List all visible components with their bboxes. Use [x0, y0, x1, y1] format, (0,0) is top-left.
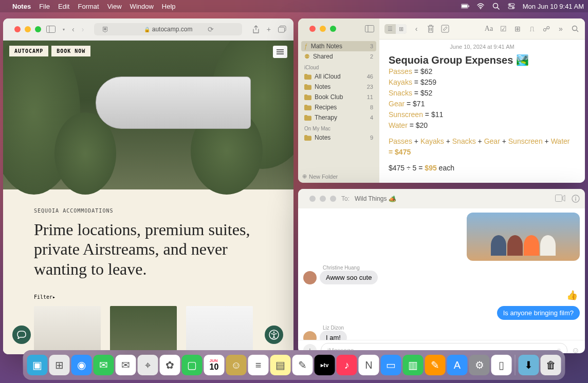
format-icon[interactable]: Aa: [484, 24, 493, 33]
table-icon[interactable]: ⊞: [513, 24, 522, 33]
close-button[interactable]: [309, 26, 316, 32]
dock-downloads-icon[interactable]: ⬇: [519, 355, 539, 375]
view-mode-toggle[interactable]: ☰ ⊞: [384, 24, 407, 34]
filter-button[interactable]: Filter▸: [34, 294, 263, 300]
dock-keynote-icon[interactable]: ▭: [381, 355, 401, 375]
info-icon[interactable]: [572, 195, 580, 203]
dock-music-icon[interactable]: ♪: [337, 355, 357, 375]
menu-view[interactable]: View: [107, 3, 122, 10]
audio-icon[interactable]: ⎍: [527, 24, 537, 33]
dock-calendar-icon[interactable]: JUN10: [204, 355, 225, 375]
sidebar-toggle-icon[interactable]: [365, 25, 374, 32]
share-icon[interactable]: [250, 25, 262, 33]
logo-badge[interactable]: AUTOCAMP: [9, 46, 48, 56]
back-button[interactable]: ‹: [70, 25, 77, 33]
dock-notes-icon[interactable]: ▤: [270, 355, 291, 375]
link-icon[interactable]: ☍: [542, 24, 551, 33]
tabs-icon[interactable]: [276, 26, 288, 33]
menu-edit[interactable]: Edit: [58, 3, 69, 10]
dock-contacts-icon[interactable]: ☺: [226, 355, 247, 375]
menu-file[interactable]: File: [39, 3, 50, 10]
dock-mail-icon[interactable]: ✉: [116, 355, 136, 375]
hamburger-menu[interactable]: [273, 46, 287, 58]
checklist-icon[interactable]: ☑: [499, 24, 508, 33]
maximize-button[interactable]: [330, 26, 336, 32]
dock-appstore-icon[interactable]: A: [447, 355, 468, 375]
new-folder-button[interactable]: ⊕New Folder: [302, 173, 338, 180]
menu-help[interactable]: Help: [162, 3, 176, 10]
dock-launchpad-icon[interactable]: ⊞: [49, 355, 70, 375]
wifi-icon[interactable]: [476, 2, 485, 10]
reload-icon[interactable]: ⟳: [206, 25, 216, 33]
accommodation-thumb[interactable]: [186, 306, 253, 354]
avatar[interactable]: [303, 331, 317, 340]
new-note-icon[interactable]: [440, 24, 450, 33]
accessibility-icon[interactable]: [265, 325, 283, 344]
battery-icon[interactable]: [461, 2, 469, 10]
folder-item[interactable]: All iCloud46: [301, 71, 376, 82]
dock-trash-icon[interactable]: 🗑: [541, 355, 561, 375]
conversation[interactable]: Christine Huang Awww soo cute 👍 Is anyon…: [298, 208, 585, 340]
close-button[interactable]: [14, 26, 21, 32]
app-menu[interactable]: Notes: [12, 3, 31, 10]
close-button[interactable]: [309, 196, 316, 202]
maximize-button[interactable]: [35, 26, 41, 32]
maximize-button[interactable]: [330, 196, 336, 202]
list-view-icon[interactable]: ☰: [384, 24, 396, 34]
address-bar[interactable]: ⛨ 🔒 autocamp.com ⟳: [94, 23, 242, 35]
dock-reminders-icon[interactable]: ≡: [248, 355, 269, 375]
dock-photos-icon[interactable]: ✿: [160, 355, 180, 375]
folder-item[interactable]: Notes9: [301, 132, 376, 143]
menubar-clock[interactable]: Mon Jun 10 9:41 AM: [523, 3, 584, 10]
book-now-button[interactable]: BOOK NOW: [51, 46, 90, 56]
dock-messages-icon[interactable]: ✉: [94, 355, 114, 375]
sidebar-toggle-icon[interactable]: [44, 26, 58, 33]
emoji-picker-icon[interactable]: ☺: [572, 346, 580, 353]
dock-settings-icon[interactable]: ⚙: [469, 355, 490, 375]
control-center-icon[interactable]: [507, 2, 516, 10]
search-icon[interactable]: [571, 24, 580, 33]
folder-item[interactable]: ƒMath Notes3: [301, 41, 376, 51]
back-icon[interactable]: ‹: [412, 24, 421, 33]
spotlight-icon[interactable]: [492, 2, 500, 10]
dock-numbers-icon[interactable]: ▥: [403, 355, 424, 375]
menu-format[interactable]: Format: [78, 3, 99, 10]
facetime-icon[interactable]: [555, 195, 565, 203]
dock-freeform-icon[interactable]: ✎: [292, 355, 313, 375]
dock-maps-icon[interactable]: ⌖: [138, 355, 158, 375]
conversation-name[interactable]: Wild Things 🏕️: [355, 195, 396, 202]
dock-news-icon[interactable]: N: [359, 355, 379, 375]
accommodation-thumb[interactable]: [110, 306, 177, 354]
dock-iphone-icon[interactable]: ▯: [491, 355, 512, 375]
dock-finder-icon[interactable]: ▣: [27, 355, 48, 375]
message-bubble[interactable]: Is anyone bringing film?: [497, 306, 580, 320]
chevron-down-icon[interactable]: ▾: [61, 27, 67, 32]
dock-pages-icon[interactable]: ✎: [425, 355, 446, 375]
folder-item[interactable]: Notes23: [301, 82, 376, 92]
folder-item[interactable]: ⚉Shared2: [301, 51, 376, 62]
chat-widget-icon[interactable]: [12, 325, 31, 344]
folder-item[interactable]: Book Club11: [301, 92, 376, 102]
more-icon[interactable]: »: [556, 24, 565, 33]
forward-button[interactable]: ›: [80, 25, 86, 33]
minimize-button[interactable]: [25, 26, 31, 32]
minimize-button[interactable]: [320, 26, 326, 32]
dock-safari-icon[interactable]: ◉: [71, 355, 92, 375]
dock-tv-icon[interactable]: ▸tv: [315, 355, 335, 375]
delete-icon[interactable]: [426, 24, 435, 33]
reaction-emoji[interactable]: 👍: [566, 290, 578, 301]
menu-window[interactable]: Window: [130, 3, 154, 10]
photo-attachment[interactable]: [467, 213, 580, 261]
note-title[interactable]: Sequoia Group Expenses 🏞️: [389, 54, 576, 66]
folder-item[interactable]: Recipes8: [301, 102, 376, 112]
new-tab-icon[interactable]: +: [265, 25, 273, 33]
dock-facetime-icon[interactable]: ▢: [182, 355, 203, 375]
grid-view-icon[interactable]: ⊞: [396, 24, 407, 34]
message-bubble[interactable]: Awww soo cute: [320, 271, 378, 284]
avatar[interactable]: [303, 271, 317, 284]
minimize-button[interactable]: [320, 196, 326, 202]
note-content[interactable]: Passes = $62Kayaks = $259Snacks = $52Gea…: [389, 66, 576, 131]
accommodation-thumb[interactable]: [34, 306, 101, 354]
folder-item[interactable]: Therapy4: [301, 112, 376, 123]
message-bubble[interactable]: I am!: [320, 331, 347, 340]
